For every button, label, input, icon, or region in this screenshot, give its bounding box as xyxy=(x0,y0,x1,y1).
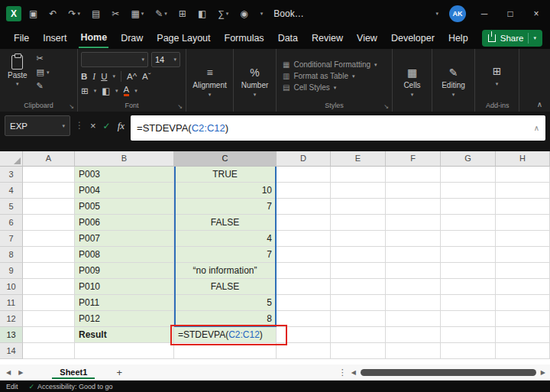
cell-B9[interactable]: P009 xyxy=(75,263,174,279)
maximize-button[interactable]: □ xyxy=(503,8,518,19)
insert-function-button[interactable]: fx xyxy=(118,120,125,132)
cell-C13-formula[interactable]: =STDEVPA(C2:C12) xyxy=(174,327,277,343)
cell-F11[interactable] xyxy=(386,295,441,311)
cell-C4[interactable]: 10 xyxy=(174,183,277,199)
cell-E8[interactable] xyxy=(331,247,386,263)
cell-E3[interactable] xyxy=(331,167,386,183)
sheet-tab-sheet1[interactable]: Sheet1 xyxy=(52,366,95,379)
cell-D12[interactable] xyxy=(277,311,331,327)
collapse-ribbon-button[interactable]: ∧ xyxy=(537,100,542,109)
cell-H3[interactable] xyxy=(496,167,550,183)
cell-C3[interactable]: TRUE xyxy=(174,167,277,183)
format-painter-button[interactable]: ✎ xyxy=(37,81,50,91)
cell-B6[interactable]: P006 xyxy=(75,215,174,231)
cell-D11[interactable] xyxy=(277,295,331,311)
cell-H9[interactable] xyxy=(496,263,550,279)
cell-A7[interactable] xyxy=(23,231,75,247)
dialog-launcher-icon[interactable]: ↘ xyxy=(69,103,74,110)
cell-G4[interactable] xyxy=(441,183,496,199)
cell-B13[interactable]: Result xyxy=(75,327,174,343)
cell-A4[interactable] xyxy=(23,183,75,199)
row-header-14[interactable]: 14 xyxy=(0,343,23,359)
paste-icon[interactable]: ▤ xyxy=(92,8,100,19)
scroll-left-icon[interactable]: ◀ xyxy=(351,369,356,376)
cell-B7[interactable]: P007 xyxy=(75,231,174,247)
excel-logo-icon[interactable]: X xyxy=(6,6,21,21)
cell-A10[interactable] xyxy=(23,279,75,295)
cell-C9[interactable]: “no information” xyxy=(174,263,277,279)
cell-B4[interactable]: P004 xyxy=(75,183,174,199)
workbook-title[interactable]: Book… xyxy=(273,8,303,19)
cell-F6[interactable] xyxy=(386,215,441,231)
share-button[interactable]: Share ▾ xyxy=(482,30,542,47)
number-group[interactable]: % Number ▾ xyxy=(234,49,277,112)
cell-F13[interactable] xyxy=(386,327,441,343)
cell-G10[interactable] xyxy=(441,279,496,295)
scroll-right-icon[interactable]: ▶ xyxy=(541,369,545,376)
name-box[interactable]: EXP ▾ xyxy=(5,115,70,136)
cells-group[interactable]: ▦ Cells ▾ xyxy=(393,49,432,112)
row-header-3[interactable]: 3 xyxy=(0,167,23,183)
cell-F10[interactable] xyxy=(386,279,441,295)
chevron-down-icon[interactable]: ▾ xyxy=(435,11,438,17)
cell-F8[interactable] xyxy=(386,247,441,263)
format-as-table-button[interactable]: ▥ Format as Table ▾ xyxy=(283,72,386,80)
cell-C5[interactable]: 7 xyxy=(174,199,277,215)
cell-E6[interactable] xyxy=(331,215,386,231)
record-icon[interactable]: ◉ xyxy=(240,8,247,19)
bold-button[interactable]: B xyxy=(81,72,87,81)
add-sheet-button[interactable]: + xyxy=(116,367,122,378)
cell-C11[interactable]: 5 xyxy=(174,295,277,311)
cell-F12[interactable] xyxy=(386,311,441,327)
cell-E5[interactable] xyxy=(331,199,386,215)
conditional-formatting-button[interactable]: ▦ Conditional Formatting ▾ xyxy=(283,60,386,69)
tab-insert[interactable]: Insert xyxy=(41,29,68,47)
format-brush-icon[interactable]: ✎ ▾ xyxy=(155,8,167,19)
tab-developer[interactable]: Developer xyxy=(390,29,436,47)
tab-help[interactable]: Help xyxy=(447,29,470,47)
horizontal-scrollbar[interactable] xyxy=(361,369,536,376)
cell-G11[interactable] xyxy=(441,295,496,311)
expand-formula-bar-icon[interactable]: ∧ xyxy=(534,124,539,132)
cell-D5[interactable] xyxy=(277,199,331,215)
cell-G13[interactable] xyxy=(441,327,496,343)
cell-C7[interactable]: 4 xyxy=(174,231,277,247)
cell-C12[interactable]: 8 xyxy=(174,311,277,327)
tab-view[interactable]: View xyxy=(355,29,379,47)
minimize-button[interactable]: ─ xyxy=(477,8,492,19)
cell-G3[interactable] xyxy=(441,167,496,183)
cell-E10[interactable] xyxy=(331,279,386,295)
cell-C14[interactable] xyxy=(174,343,277,359)
tab-formulas[interactable]: Formulas xyxy=(223,29,266,47)
cut-icon[interactable]: ✂ xyxy=(112,8,119,19)
row-header-11[interactable]: 11 xyxy=(0,295,23,311)
cell-D10[interactable] xyxy=(277,279,331,295)
shrink-font-button[interactable]: Aˇ xyxy=(142,72,151,81)
accessibility-status[interactable]: ✓ Accessibility: Good to go xyxy=(29,383,113,390)
tab-file[interactable]: File xyxy=(12,29,31,47)
select-all-button[interactable] xyxy=(0,151,23,167)
cell-G6[interactable] xyxy=(441,215,496,231)
cell-C8[interactable]: 7 xyxy=(174,247,277,263)
sheet-nav-left-icon[interactable]: ◀ xyxy=(6,369,11,376)
cell-D6[interactable] xyxy=(277,215,331,231)
copy-button[interactable]: ▤ ▾ xyxy=(37,67,50,77)
cell-H12[interactable] xyxy=(496,311,550,327)
cell-H7[interactable] xyxy=(496,231,550,247)
cell-G7[interactable] xyxy=(441,231,496,247)
cell-F7[interactable] xyxy=(386,231,441,247)
col-header-A[interactable]: A xyxy=(23,151,75,167)
cell-D13[interactable] xyxy=(277,327,331,343)
cell-E14[interactable] xyxy=(331,343,386,359)
cell-G5[interactable] xyxy=(441,199,496,215)
cut-button[interactable]: ✂ xyxy=(37,53,50,63)
col-header-D[interactable]: D xyxy=(277,151,331,167)
cell-C10[interactable]: FALSE xyxy=(174,279,277,295)
cell-F5[interactable] xyxy=(386,199,441,215)
col-header-F[interactable]: F xyxy=(386,151,441,167)
row-header-4[interactable]: 4 xyxy=(0,183,23,199)
underline-button[interactable]: U xyxy=(101,72,107,81)
dialog-launcher-icon[interactable]: ↘ xyxy=(177,103,183,110)
chart-icon[interactable]: ▦ ▾ xyxy=(131,8,144,19)
chevron-down-icon[interactable]: ▾ xyxy=(260,11,264,17)
